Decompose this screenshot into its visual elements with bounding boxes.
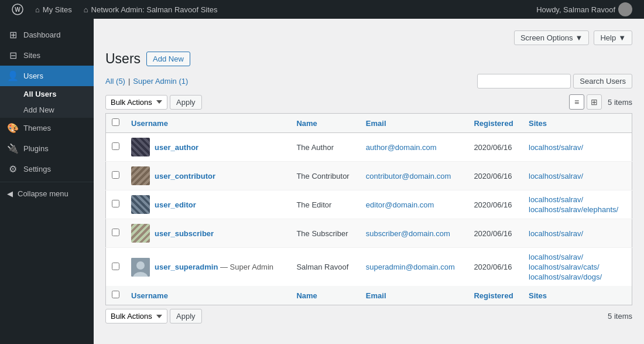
registered-date: 2020/06/16 bbox=[474, 172, 512, 180]
all-users-label: All Users bbox=[23, 90, 56, 98]
row-username-cell: user_contributor bbox=[125, 162, 290, 190]
tfoot-sites[interactable]: Sites bbox=[523, 286, 632, 305]
username-link[interactable]: user_superadmin bbox=[155, 263, 218, 271]
filter-sep: | bbox=[128, 77, 130, 86]
user-name: The Editor bbox=[296, 200, 331, 209]
bulk-actions-wrap-bottom: Bulk Actions Apply bbox=[105, 309, 202, 323]
email-link[interactable]: author@domain.com bbox=[366, 143, 437, 152]
row-sites-cell: localhost/salrav/ bbox=[523, 162, 632, 190]
apply-button-bottom[interactable]: Apply bbox=[170, 309, 202, 323]
tfoot-checkbox bbox=[106, 286, 126, 305]
bulk-actions-select-top[interactable]: Bulk Actions bbox=[105, 95, 167, 110]
th-name[interactable]: Name bbox=[290, 114, 359, 133]
sidebar-item-users[interactable]: 👤 Users bbox=[0, 66, 94, 86]
sidebar-item-dashboard[interactable]: ⊞ Dashboard bbox=[0, 25, 94, 45]
th-email[interactable]: Email bbox=[360, 114, 468, 133]
th-registered[interactable]: Registered bbox=[468, 114, 523, 133]
tfoot-email[interactable]: Email bbox=[360, 286, 468, 305]
th-username[interactable]: Username bbox=[125, 114, 290, 133]
chevron-down-icon-help: ▼ bbox=[618, 33, 626, 42]
chevron-down-icon: ▼ bbox=[576, 33, 583, 42]
svg-text:W: W bbox=[15, 6, 20, 13]
admin-bar: W ⌂ My Sites ⌂ Network Admin: Salman Rav… bbox=[0, 0, 644, 19]
page-title: Users bbox=[105, 51, 141, 67]
search-input[interactable] bbox=[477, 74, 571, 88]
filter-super-admin[interactable]: Super Admin (1) bbox=[133, 77, 188, 86]
email-link[interactable]: contributor@domain.com bbox=[366, 172, 451, 180]
site-link[interactable]: localhost/salrav/ bbox=[529, 143, 626, 152]
row-registered-cell: 2020/06/16 bbox=[468, 162, 523, 190]
row-username-cell: user_editor bbox=[125, 190, 290, 219]
table-row: user_superadmin — Super Admin Salman Rav… bbox=[106, 248, 632, 287]
email-link[interactable]: superadmin@domain.com bbox=[366, 263, 455, 271]
site-link[interactable]: localhost/salrav/dogs/ bbox=[529, 273, 626, 281]
site-link[interactable]: localhost/salrav/ bbox=[529, 229, 626, 238]
wp-logo-item[interactable]: W bbox=[6, 0, 29, 19]
username-link[interactable]: user_editor bbox=[155, 200, 196, 209]
email-link[interactable]: editor@domain.com bbox=[366, 200, 434, 209]
apply-button-top[interactable]: Apply bbox=[170, 95, 202, 110]
sidebar-item-plugins[interactable]: 🔌 Plugins bbox=[0, 138, 94, 159]
tfoot-username[interactable]: Username bbox=[125, 286, 290, 305]
page-header: Users Add New bbox=[105, 51, 632, 67]
search-users-button[interactable]: Search Users bbox=[573, 74, 632, 88]
row-username-cell: user_author bbox=[125, 133, 290, 162]
user-name: The Subscriber bbox=[296, 229, 348, 238]
network-admin-label: Network Admin: Salman Ravoof Sites bbox=[91, 5, 218, 14]
add-new-button[interactable]: Add New bbox=[146, 52, 190, 66]
select-all-checkbox-bottom[interactable] bbox=[112, 291, 119, 298]
registered-date: 2020/06/16 bbox=[474, 200, 512, 209]
site-link[interactable]: localhost/salrav/ bbox=[529, 253, 626, 261]
sidebar-sub-item-add-new[interactable]: Add New bbox=[0, 102, 94, 118]
tfoot-name[interactable]: Name bbox=[290, 286, 359, 305]
collapse-menu-item[interactable]: ◀ Collapse menu bbox=[0, 185, 94, 203]
site-link[interactable]: localhost/salrav/ bbox=[529, 172, 626, 180]
bulk-actions-wrap-top: Bulk Actions Apply bbox=[105, 95, 202, 110]
list-view-icon[interactable]: ≡ bbox=[569, 94, 584, 110]
grid-view-icon[interactable]: ⊞ bbox=[587, 94, 602, 110]
site-link[interactable]: localhost/salrav/ bbox=[529, 195, 626, 204]
sidebar-label-plugins: Plugins bbox=[23, 144, 49, 153]
sidebar-item-themes[interactable]: 🎨 Themes bbox=[0, 118, 94, 138]
site-link[interactable]: localhost/salrav/elephants/ bbox=[529, 205, 626, 214]
email-link[interactable]: subscriber@domain.com bbox=[366, 229, 450, 238]
dashboard-icon: ⊞ bbox=[7, 29, 19, 40]
row-checkbox[interactable] bbox=[112, 200, 119, 207]
th-sites[interactable]: Sites bbox=[523, 114, 632, 133]
filter-all[interactable]: All (5) bbox=[105, 77, 125, 86]
row-email-cell: editor@domain.com bbox=[360, 190, 468, 219]
row-name-cell: The Author bbox=[290, 133, 359, 162]
user-greeting[interactable]: Howdy, Salman Ravoof bbox=[530, 2, 638, 16]
row-email-cell: contributor@domain.com bbox=[360, 162, 468, 190]
row-registered-cell: 2020/06/16 bbox=[468, 190, 523, 219]
sidebar-sub-item-all-users[interactable]: All Users bbox=[0, 86, 94, 102]
user-avatar bbox=[131, 138, 150, 156]
user-name: Salman Ravoof bbox=[296, 263, 348, 271]
table-row: user_editor The Editor editor@domain.com… bbox=[106, 190, 632, 219]
sidebar-item-sites[interactable]: ⊟ Sites bbox=[0, 45, 94, 66]
row-checkbox-cell bbox=[106, 248, 126, 287]
user-name: The Author bbox=[296, 143, 334, 152]
username-link[interactable]: user_subscriber bbox=[155, 229, 214, 238]
row-sites-cell: localhost/salrav/ bbox=[523, 219, 632, 248]
username-link[interactable]: user_contributor bbox=[155, 172, 215, 180]
sidebar-item-settings[interactable]: ⚙ Settings bbox=[0, 159, 94, 179]
layout: ⊞ Dashboard ⊟ Sites 👤 Users All Users Ad… bbox=[0, 19, 644, 344]
user-avatar bbox=[131, 195, 150, 214]
username-link[interactable]: user_author bbox=[155, 143, 198, 152]
row-checkbox[interactable] bbox=[112, 171, 119, 179]
site-link[interactable]: localhost/salrav/cats/ bbox=[529, 263, 626, 271]
select-all-checkbox[interactable] bbox=[112, 118, 119, 126]
bulk-actions-select-bottom[interactable]: Bulk Actions bbox=[105, 309, 167, 323]
help-button[interactable]: Help ▼ bbox=[594, 30, 632, 45]
user-avatar bbox=[131, 258, 150, 277]
screen-options-button[interactable]: Screen Options ▼ bbox=[514, 30, 589, 45]
network-admin-item[interactable]: ⌂ Network Admin: Salman Ravoof Sites bbox=[78, 0, 224, 19]
actions-bar-top: Bulk Actions Apply ≡ ⊞ 5 items bbox=[105, 94, 632, 110]
row-checkbox[interactable] bbox=[112, 229, 119, 236]
row-username-cell: user_superadmin — Super Admin bbox=[125, 248, 290, 287]
tfoot-registered[interactable]: Registered bbox=[468, 286, 523, 305]
my-sites-item[interactable]: ⌂ My Sites bbox=[29, 0, 78, 19]
row-checkbox[interactable] bbox=[112, 263, 119, 270]
row-checkbox[interactable] bbox=[112, 142, 119, 150]
